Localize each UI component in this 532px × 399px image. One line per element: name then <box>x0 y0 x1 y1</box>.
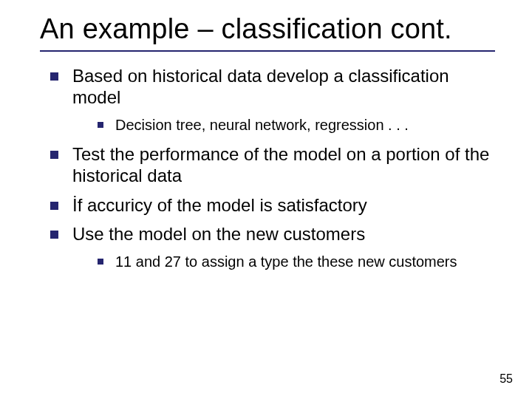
title-underline <box>40 50 495 52</box>
bullet-text: Use the model on the new customers <box>72 224 365 244</box>
bullet-text: 11 and 27 to assign a type the these new… <box>115 253 457 270</box>
list-item: Based on historical data develop a class… <box>46 65 495 135</box>
list-item: 11 and 27 to assign a type the these new… <box>95 252 495 271</box>
bullet-text: Based on historical data develop a class… <box>72 66 449 107</box>
bullet-list: Based on historical data develop a class… <box>46 65 495 272</box>
bullet-text: Test the performance of the model on a p… <box>72 144 489 185</box>
slide: An example – classification cont. Based … <box>0 0 532 399</box>
list-item: Use the model on the new customers 11 an… <box>46 223 495 271</box>
page-number: 55 <box>499 372 513 386</box>
sub-list: 11 and 27 to assign a type the these new… <box>95 252 495 271</box>
bullet-text: İf accuricy of the model is satisfactory <box>72 195 367 215</box>
bullet-text: Decision tree, neural network, regressio… <box>115 117 409 133</box>
list-item: İf accuricy of the model is satisfactory <box>46 194 495 216</box>
slide-title: An example – classification cont. <box>40 13 495 46</box>
list-item: Test the performance of the model on a p… <box>46 143 495 187</box>
sub-list: Decision tree, neural network, regressio… <box>95 115 495 134</box>
list-item: Decision tree, neural network, regressio… <box>95 115 495 134</box>
